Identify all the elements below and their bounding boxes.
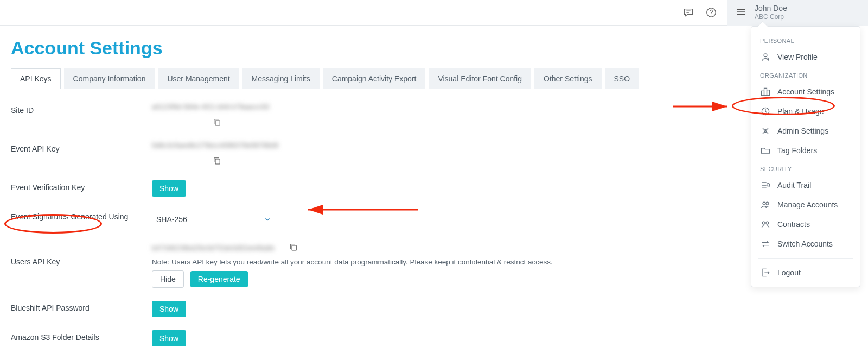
users-api-note: Note: Users API key lets you read/write … [152,258,553,266]
dd-plan-usage-label: Plan & Usage [777,107,824,116]
tab-api-keys[interactable]: API Keys [11,68,61,89]
svg-point-2 [764,54,767,57]
regenerate-button[interactable]: Re-generate [190,271,248,287]
dd-audit-trail-label: Audit Trail [777,181,811,190]
user-text: John Doe ABC Corp [755,4,787,21]
dd-view-profile[interactable]: View Profile [751,47,860,67]
label-blueshift-pw: Blueshift API Password [11,301,152,312]
tab-user-mgmt[interactable]: User Management [158,68,239,89]
tabs: API Keys Company Information User Manage… [11,68,868,89]
dd-logout[interactable]: Logout [751,263,860,282]
dd-section-security: SECURITY [751,160,860,175]
tab-messaging[interactable]: Messaging Limits [242,68,320,89]
tab-company-info[interactable]: Company Information [64,68,155,89]
dd-switch-accounts-label: Switch Accounts [777,239,833,248]
row-blueshift-pw: Blueshift API Password Show [11,301,868,317]
svg-rect-5 [762,91,764,95]
row-users-api: Users API Key b47348239bd25e3d7f2de3d52e… [11,242,868,288]
dd-tag-folders[interactable]: Tag Folders [751,141,860,160]
dd-section-org: ORGANIZATION [751,67,860,82]
user-menu-trigger[interactable]: John Doe ABC Corp [727,0,868,26]
row-site-id: Site ID a0123f9d-584e-4f21-bh8-k79aaccc5… [11,103,868,129]
copy-icon[interactable] [289,242,298,254]
label-site-id: Site ID [11,103,152,115]
chevron-down-icon [264,216,271,223]
dd-tag-folders-label: Tag Folders [777,146,817,155]
show-button[interactable]: Show [152,301,186,317]
dd-section-personal: PERSONAL [751,32,860,47]
page-content: Account Settings API Keys Company Inform… [0,26,868,353]
copy-icon[interactable] [212,117,222,129]
dd-contracts[interactable]: Contracts [751,215,860,234]
svg-point-12 [762,222,765,224]
tab-other[interactable]: Other Settings [534,68,602,89]
dd-manage-accounts[interactable]: Manage Accounts [751,195,860,215]
svg-rect-14 [215,121,220,125]
help-icon[interactable] [705,7,717,18]
topbar: John Doe ABC Corp [0,0,868,26]
row-s3: Amazon S3 Folder Details Show [11,330,868,346]
value-users-api: b47348239bd25e3d7f2de3d52ee48a8e [152,244,282,252]
value-event-api: 5d6c3c5aed8c275bcc4096378e58766d9 [152,142,282,149]
copy-icon[interactable] [212,156,222,167]
user-dropdown: PERSONAL View Profile ORGANIZATION Accou… [751,26,860,287]
dd-contracts-label: Contracts [777,220,810,229]
chat-icon[interactable] [682,7,694,18]
svg-point-11 [766,202,769,205]
label-s3: Amazon S3 Folder Details [11,330,152,342]
row-event-api: Event API Key 5d6c3c5aed8c275bcc4096378e… [11,142,868,167]
show-button[interactable]: Show [152,330,186,346]
row-event-verif: Event Verification Key Show [11,180,868,197]
user-name: John Doe [755,4,787,13]
label-event-sig: Event Signatures Generated Using [11,210,152,221]
row-event-sig: Event Signatures Generated Using SHA-256 [11,210,868,229]
signature-algo-select[interactable]: SHA-256 [152,210,277,229]
dd-plan-usage[interactable]: Plan & Usage [751,102,860,121]
show-button[interactable]: Show [152,180,186,197]
topbar-icons [682,7,727,18]
dd-view-profile-label: View Profile [777,53,818,61]
user-org: ABC Corp [755,13,787,21]
page-title: Account Settings [11,37,868,59]
svg-rect-6 [767,90,770,96]
hamburger-icon [735,6,747,20]
tab-visual-editor[interactable]: Visual Editor Font Config [429,68,531,89]
dd-audit-trail[interactable]: Audit Trail [751,175,860,195]
svg-point-10 [763,202,765,205]
dd-admin-settings[interactable]: Admin Settings [751,121,860,141]
tab-sso[interactable]: SSO [605,68,640,89]
dd-manage-accounts-label: Manage Accounts [777,200,838,209]
tab-campaign-export[interactable]: Campaign Activity Export [323,68,426,89]
label-event-verif: Event Verification Key [11,180,152,192]
hide-button[interactable]: Hide [152,270,184,288]
svg-point-13 [766,222,769,224]
dd-logout-label: Logout [777,268,801,277]
dd-switch-accounts[interactable]: Switch Accounts [751,234,860,254]
svg-rect-4 [764,88,767,95]
signature-algo-value: SHA-256 [156,215,187,224]
svg-point-1 [711,15,711,15]
svg-rect-15 [215,159,220,164]
dd-admin-settings-label: Admin Settings [777,127,828,135]
dd-divider [758,258,853,259]
value-site-id: a0123f9d-584e-4f21-bh8-k79aaccc50 [152,103,282,111]
dd-account-settings[interactable]: Account Settings [751,82,860,102]
label-event-api: Event API Key [11,142,152,153]
dd-account-settings-label: Account Settings [777,87,834,96]
label-users-api: Users API Key [11,242,152,266]
svg-rect-16 [292,245,296,250]
